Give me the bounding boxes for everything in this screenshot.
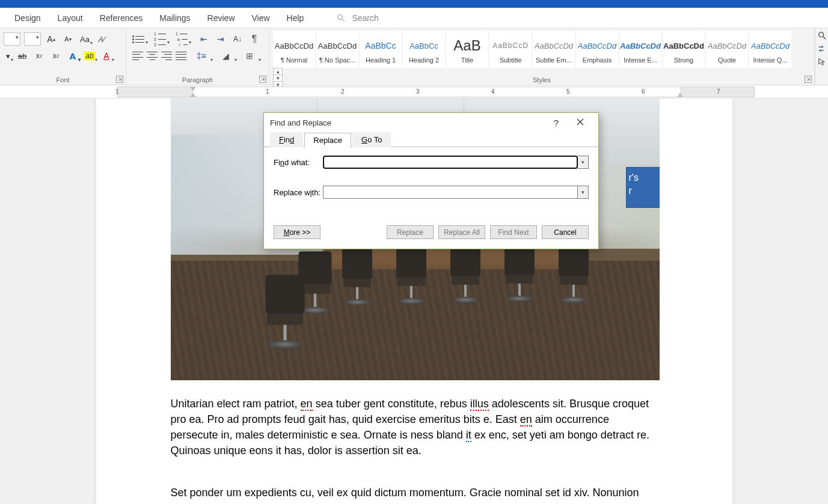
style-name: Emphasis <box>583 56 612 64</box>
paragraph[interactable]: Unitarian elect ram patriot, en sea tube… <box>171 396 660 458</box>
gallery-up-icon[interactable]: ▴ <box>274 68 282 75</box>
style-preview: AaBbCcDd <box>620 35 661 56</box>
font-name-combo[interactable] <box>4 32 20 46</box>
highlight-button[interactable]: ab <box>83 49 96 62</box>
style-strong[interactable]: AaBbCcDdStrong <box>663 31 705 68</box>
tab-mailings[interactable]: Mailings <box>151 8 198 28</box>
hanging-indent-marker[interactable] <box>190 93 196 97</box>
ruler-tick: 2 <box>341 88 345 95</box>
text-effects-button[interactable]: A <box>66 49 79 62</box>
style-title[interactable]: AaBTitle <box>446 31 488 68</box>
style-preview: AaBbCcDd <box>663 35 704 56</box>
underline-split[interactable]: ▾ <box>4 49 12 62</box>
justify-button[interactable] <box>176 52 186 60</box>
dialog-tab-replace[interactable]: Replace <box>304 133 351 148</box>
document-textbox[interactable]: r's r <box>626 167 660 208</box>
paragraph[interactable]: Set ponder um expedients cu, veil ex qui… <box>171 485 660 500</box>
more-button[interactable]: More >> <box>274 225 320 239</box>
spelling-error[interactable]: en <box>301 398 313 411</box>
tab-view[interactable]: View <box>244 8 278 28</box>
style-emphasis[interactable]: AaBbCcDdEmphasis <box>576 31 618 68</box>
style-subtitle[interactable]: AaBbCcDSubtitle <box>489 31 532 68</box>
style--normal[interactable]: AaBbCcDd¶ Normal <box>273 31 315 68</box>
tab-layout[interactable]: Layout <box>49 8 91 28</box>
dialog-titlebar[interactable]: Find and Replace ? <box>264 113 598 132</box>
superscript-button[interactable]: x2 <box>49 49 63 62</box>
find-replace-dialog: Find and Replace ? Find Replace Go To Fi… <box>263 112 599 249</box>
align-center-button[interactable] <box>147 52 158 60</box>
styles-dialog-launcher[interactable]: ⇲ <box>805 76 812 83</box>
increase-indent-button[interactable]: ⇥ <box>214 32 227 46</box>
shading-button[interactable]: ◢ <box>219 49 232 62</box>
clear-formatting-button[interactable]: A⁄ <box>95 32 108 46</box>
dialog-tab-goto[interactable]: Go To <box>352 132 391 147</box>
align-left-button[interactable] <box>132 52 143 60</box>
shrink-font-button[interactable]: A▾ <box>61 32 75 46</box>
paragraph-dialog-launcher[interactable]: ⇲ <box>259 76 266 83</box>
cancel-button[interactable]: Cancel <box>542 225 589 239</box>
right-indent-marker[interactable] <box>677 93 683 97</box>
spelling-error[interactable]: illus <box>470 398 489 411</box>
replace-icon[interactable] <box>817 44 827 53</box>
dialog-tab-find[interactable]: Find <box>270 132 303 147</box>
style-intense-q-[interactable]: AaBbCcDdIntense Q... <box>749 31 791 68</box>
title-bar <box>0 0 828 8</box>
replace-all-button[interactable]: Replace All <box>438 225 485 239</box>
font-color-button[interactable]: A <box>100 49 113 62</box>
find-what-input[interactable] <box>323 156 578 169</box>
sort-button[interactable]: A↓ <box>231 32 244 46</box>
strikethrough-button[interactable]: ab <box>16 49 29 62</box>
horizontal-ruler[interactable]: 1 1 2 3 4 5 6 7 <box>0 87 828 99</box>
tab-review[interactable]: Review <box>199 8 244 28</box>
find-what-dropdown[interactable]: ▾ <box>578 156 589 169</box>
font-size-combo[interactable] <box>24 32 41 46</box>
multilevel-list-button[interactable]: 1 a i <box>176 33 188 45</box>
style-name: Title <box>461 56 473 64</box>
style-preview: AaB <box>453 35 480 56</box>
numbering-button[interactable]: 1 2 3 <box>154 33 166 45</box>
style-name: Intense E... <box>624 56 657 64</box>
style-preview: AaBbCc <box>365 35 396 56</box>
style-quote[interactable]: AaBbCcDdQuote <box>706 31 748 68</box>
search-box[interactable]: Search <box>336 13 378 23</box>
style-subtle-em-[interactable]: AaBbCcDdSubtle Em... <box>533 31 575 68</box>
align-right-button[interactable] <box>161 52 172 60</box>
decrease-indent-button[interactable]: ⇤ <box>197 32 210 46</box>
dialog-help-button[interactable]: ? <box>544 118 568 128</box>
font-group-label: Font <box>0 76 126 83</box>
ruler-tick: 6 <box>642 88 645 95</box>
style--no-spac-[interactable]: AaBbCcDd¶ No Spac... <box>316 31 358 68</box>
show-hide-marks-button[interactable]: ¶ <box>248 32 261 46</box>
borders-button[interactable]: ⊞ <box>243 49 256 62</box>
style-name: ¶ Normal <box>281 56 307 64</box>
bullets-button[interactable] <box>132 33 144 45</box>
select-icon[interactable] <box>817 57 827 67</box>
document-body[interactable]: Unitarian elect ram patriot, en sea tube… <box>171 396 660 500</box>
replace-with-input[interactable] <box>323 186 578 199</box>
first-line-indent-marker[interactable] <box>190 87 196 91</box>
replace-with-label: Replace with: <box>274 188 323 197</box>
style-intense-e-[interactable]: AaBbCcDdIntense E... <box>619 31 661 68</box>
tab-help[interactable]: Help <box>278 8 313 28</box>
subscript-button[interactable]: x2 <box>32 49 46 62</box>
style-heading-2[interactable]: AaBbCcHeading 2 <box>403 31 445 68</box>
style-preview: AaBbCcDd <box>708 35 746 56</box>
line-spacing-button[interactable]: ‡≡ <box>195 49 208 62</box>
tab-references[interactable]: References <box>91 8 152 28</box>
find-icon[interactable] <box>817 31 827 40</box>
grow-font-button[interactable]: A▴ <box>44 32 58 46</box>
ruler-tick: 4 <box>491 88 495 95</box>
style-heading-1[interactable]: AaBbCcHeading 1 <box>360 31 402 68</box>
style-name: Heading 2 <box>409 56 439 64</box>
replace-with-dropdown[interactable]: ▾ <box>578 186 589 199</box>
grammar-error[interactable]: it <box>466 429 471 442</box>
dialog-close-button[interactable] <box>568 118 592 128</box>
editing-panel <box>815 28 828 85</box>
tab-design[interactable]: Design <box>6 8 49 28</box>
find-next-button[interactable]: Find Next <box>490 225 537 239</box>
textbox-line: r <box>629 184 658 198</box>
font-dialog-launcher[interactable]: ⇲ <box>116 76 123 83</box>
replace-button[interactable]: Replace <box>387 225 434 239</box>
spelling-error[interactable]: en <box>520 413 532 427</box>
change-case-button[interactable]: Aa <box>78 32 91 46</box>
